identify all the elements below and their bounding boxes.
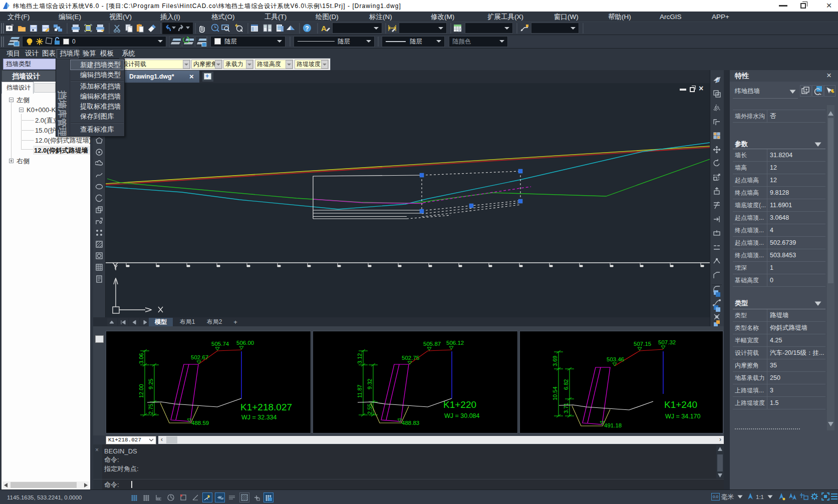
svg-text:488.83: 488.83 <box>402 420 419 426</box>
svg-text:506.00: 506.00 <box>236 340 254 346</box>
svg-text:K1+220: K1+220 <box>443 399 476 410</box>
svg-text:506.12: 506.12 <box>446 340 464 346</box>
svg-text:K1+240: K1+240 <box>664 399 697 410</box>
svg-text:9.32: 9.32 <box>367 379 373 389</box>
svg-text:WJ = 32.334: WJ = 32.334 <box>241 414 277 421</box>
svg-text:K1+218.027: K1+218.027 <box>240 402 292 412</box>
svg-text:505.87: 505.87 <box>423 341 441 347</box>
svg-text:10.54: 10.54 <box>552 386 558 400</box>
svg-text:12.00: 12.00 <box>138 384 144 398</box>
svg-text:WJ = 34.170: WJ = 34.170 <box>665 413 701 420</box>
svg-text:3.06: 3.06 <box>138 353 144 364</box>
svg-text:507.15: 507.15 <box>634 341 651 347</box>
svg-text:488.59: 488.59 <box>191 420 209 426</box>
svg-text:507.32: 507.32 <box>658 339 676 345</box>
svg-text:6.82: 6.82 <box>563 379 569 390</box>
svg-text:505.74: 505.74 <box>211 341 229 347</box>
svg-text:491.18: 491.18 <box>604 422 622 428</box>
svg-text:?: ? <box>305 25 309 32</box>
svg-text:9.25: 9.25 <box>148 379 154 389</box>
svg-text:A: A <box>321 24 327 33</box>
svg-text:502.75: 502.75 <box>402 355 419 361</box>
svg-text:3.12: 3.12 <box>357 353 363 364</box>
svg-text:503.46: 503.46 <box>607 356 624 362</box>
svg-text:3.71: 3.71 <box>563 403 569 413</box>
svg-text:2.75: 2.75 <box>148 404 154 414</box>
svg-text:3.69: 3.69 <box>552 356 558 366</box>
svg-text:502.67: 502.67 <box>191 354 208 360</box>
svg-text:WJ = 30.084: WJ = 30.084 <box>444 412 480 419</box>
svg-text:11.87: 11.87 <box>357 384 363 398</box>
